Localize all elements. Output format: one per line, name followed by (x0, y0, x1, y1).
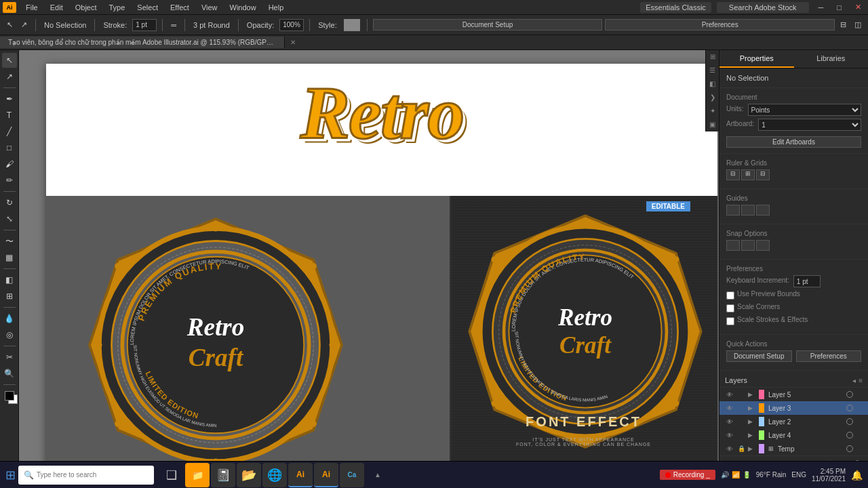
stroke-input[interactable] (132, 19, 157, 31)
menu-effect[interactable]: Effect (165, 2, 195, 13)
snap-icon-1[interactable] (726, 240, 740, 251)
network-icon[interactable]: 🔊 (721, 471, 729, 479)
layer-temp-target[interactable] (846, 445, 853, 452)
guide-icon-2[interactable] (741, 205, 755, 216)
layer-row-temp[interactable]: 👁 🔒 ▶ ⊞ Temp (719, 442, 868, 455)
app-3[interactable]: 🌐 (262, 463, 287, 487)
select-tool[interactable]: ↖ (2, 53, 17, 68)
layer-row-2[interactable]: 👁 ▶ Layer 2 (719, 415, 868, 428)
direct-select-icon[interactable]: ↗ (18, 19, 30, 30)
tab-libraries[interactable]: Libraries (794, 50, 869, 68)
panel-toggle-icon[interactable]: ◫ (852, 19, 864, 30)
warp-tool[interactable]: 〜 (2, 234, 17, 249)
volume-icon[interactable]: 📶 (732, 471, 740, 479)
layers-collapse[interactable]: ◂ (852, 377, 856, 384)
scissors-tool[interactable]: ✂ (2, 350, 17, 365)
windows-start-button[interactable]: ⊞ (5, 468, 16, 483)
preferences-toolbar-btn[interactable]: Preferences (605, 19, 835, 30)
tab-properties[interactable]: Properties (719, 50, 794, 68)
layer-row-4[interactable]: 👁 ▶ Layer 4 (719, 428, 868, 442)
workspace-selector[interactable]: Essentials Classic (640, 2, 711, 13)
battery-icon[interactable]: 🔋 (743, 471, 751, 479)
units-select[interactable]: Points (748, 104, 861, 116)
snap-icon-3[interactable] (756, 240, 770, 251)
pen-tool[interactable]: ✒ (2, 92, 17, 106)
window-minimize[interactable]: ─ (814, 2, 828, 13)
layer-temp-visibility-icon[interactable]: 👁 (725, 444, 734, 453)
layer-3-target[interactable] (846, 405, 853, 411)
language-indicator[interactable]: ENG (791, 471, 806, 479)
line-tool[interactable]: ╱ (2, 124, 17, 139)
guide-icon-1[interactable] (726, 205, 740, 216)
layer-temp-lock-icon[interactable]: 🔒 (737, 445, 745, 453)
ruler-icon-2[interactable]: ⊞ (741, 169, 755, 180)
preferences-quick-btn[interactable]: Preferences (796, 350, 862, 362)
layer-3-visibility-icon[interactable]: 👁 (725, 403, 734, 413)
task-view-app[interactable]: ❑ (159, 463, 184, 487)
layer-2-target[interactable] (846, 418, 853, 425)
stroke-style-icon[interactable]: ═ (168, 20, 179, 30)
layer-row-5[interactable]: 👁 ▶ Layer 5 (719, 388, 868, 401)
mesh-tool[interactable]: ⊞ (2, 289, 17, 304)
graph-tool[interactable]: ▦ (2, 250, 17, 265)
artboard-select[interactable]: 1 (758, 119, 861, 131)
guide-icon-3[interactable] (756, 205, 770, 216)
snap-icon-2[interactable] (741, 240, 755, 251)
layer-4-expand-icon[interactable]: ▶ (748, 432, 755, 439)
menu-type[interactable]: Type (104, 2, 131, 13)
menu-help[interactable]: Help (263, 2, 290, 13)
layer-temp-expand-icon[interactable]: ▶ (748, 445, 755, 452)
scale-tool[interactable]: ⤡ (2, 211, 17, 226)
search-stock[interactable]: Search Adobe Stock (717, 2, 809, 13)
canvas-area[interactable]: Retro LOREM (19, 50, 719, 461)
layers-menu[interactable]: ≡ (859, 377, 863, 384)
rotate-tool[interactable]: ↻ (2, 195, 17, 210)
layer-row-3[interactable]: 👁 ▶ Layer 3 (719, 401, 868, 415)
eyedropper-tool[interactable]: 💧 (2, 311, 17, 326)
more-apps-icon[interactable]: ▲ (366, 463, 390, 487)
pencil-tool[interactable]: ✏ (2, 173, 17, 188)
type-tool[interactable]: T (2, 108, 17, 123)
tab-close[interactable]: ✕ (285, 37, 301, 48)
taskbar-search-box[interactable]: 🔍 (18, 466, 154, 485)
arrange-icon[interactable]: ⊟ (837, 19, 849, 30)
scale-corners-checkbox[interactable] (726, 304, 734, 312)
scale-strokes-checkbox[interactable] (726, 317, 734, 325)
zoom-tool[interactable]: 🔍 (2, 366, 17, 381)
layer-4-target[interactable] (846, 432, 853, 439)
rect-tool[interactable]: □ (2, 140, 17, 155)
layer-2-expand-icon[interactable]: ▶ (748, 418, 755, 425)
opacity-input[interactable] (279, 19, 304, 31)
document-tab[interactable]: Tạo viên, bông đổ cho chữ trong phần mềm… (0, 37, 285, 48)
selection-tool-icon[interactable]: ↖ (4, 19, 16, 30)
fill-swatch[interactable] (5, 391, 14, 401)
paintbrush-tool[interactable]: 🖌 (2, 157, 17, 171)
menu-edit[interactable]: Edit (45, 2, 68, 13)
file-explorer-app[interactable]: 📁 (185, 463, 210, 487)
layer-4-visibility-icon[interactable]: 👁 (725, 430, 734, 440)
camtasia-taskbar-app[interactable]: Ca (340, 463, 364, 487)
direct-select-tool[interactable]: ↗ (2, 69, 17, 84)
layer-5-target[interactable] (846, 391, 853, 398)
app-2[interactable]: 📂 (237, 463, 261, 487)
gradient-tool[interactable]: ◧ (2, 272, 17, 287)
taskbar-search-input[interactable] (37, 471, 149, 479)
layer-2-visibility-icon[interactable]: 👁 (725, 417, 734, 426)
notification-icon[interactable]: 🔔 (851, 470, 863, 481)
ruler-icon-1[interactable]: ⊟ (726, 169, 740, 180)
keyboard-increment-input[interactable] (793, 275, 821, 287)
app-1[interactable]: 📓 (211, 463, 235, 487)
menu-view[interactable]: View (196, 2, 223, 13)
layer-3-expand-icon[interactable]: ▶ (748, 405, 755, 411)
menu-select[interactable]: Select (132, 2, 163, 13)
menu-file[interactable]: File (20, 2, 43, 13)
window-close[interactable]: ✕ (851, 1, 865, 13)
window-maximize[interactable]: □ (833, 2, 846, 13)
menu-window[interactable]: Window (224, 2, 262, 13)
clock[interactable]: 2:45 PM 11/07/2021 (812, 468, 846, 483)
illustrator2-taskbar-app[interactable]: Ai (314, 463, 338, 487)
blend-tool[interactable]: ◎ (2, 327, 17, 342)
menu-object[interactable]: Object (70, 2, 102, 13)
layer-5-expand-icon[interactable]: ▶ (748, 391, 755, 398)
ruler-icon-3[interactable]: ⊟ (756, 169, 770, 180)
